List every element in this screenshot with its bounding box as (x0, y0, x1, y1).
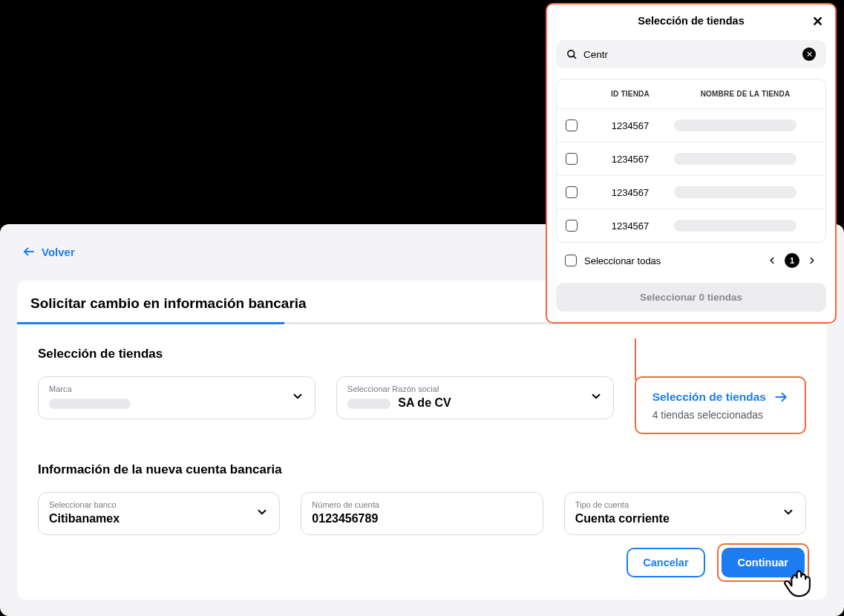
row-id: 1234567 (586, 187, 674, 198)
arrow-left-icon (22, 245, 36, 258)
store-selection-modal: Selección de tiendas ✕ ✕ ID TIENDA NOMBR… (546, 3, 837, 324)
form-card: Solicitar cambio en información bancaria… (17, 281, 827, 600)
arrow-right-icon (773, 390, 788, 404)
search-input[interactable] (583, 49, 796, 60)
close-icon[interactable]: ✕ (812, 13, 823, 30)
callout-connector-line (635, 338, 636, 380)
chevron-down-icon (589, 390, 603, 406)
cancel-button[interactable]: Cancelar (627, 548, 704, 577)
clear-search-icon[interactable]: ✕ (802, 47, 816, 61)
account-number-value: 0123456789 (312, 512, 531, 525)
page-prev[interactable] (767, 255, 777, 266)
row-checkbox[interactable] (566, 186, 578, 198)
section-stores-title: Selección de tiendas (38, 347, 827, 361)
back-link[interactable]: Volver (22, 245, 75, 258)
brand-select[interactable]: Marca (38, 376, 315, 419)
th-id: ID TIENDA (586, 90, 674, 98)
row-checkbox[interactable] (566, 153, 578, 165)
cursor-hand-icon (781, 564, 815, 598)
brand-label: Marca (49, 384, 304, 393)
row-name-redacted (674, 186, 796, 198)
select-all-label: Seleccionar todas (584, 255, 661, 266)
row-id: 1234567 (586, 154, 674, 165)
table-row[interactable]: 1234567 (557, 108, 825, 142)
search-icon (566, 49, 578, 60)
page-number[interactable]: 1 (785, 253, 799, 268)
th-name: NOMBRE DE LA TIENDA (674, 90, 817, 98)
row-id: 1234567 (586, 120, 674, 131)
modal-title: Selección de tiendas (556, 15, 826, 27)
stores-table: ID TIENDA NOMBRE DE LA TIENDA 1234567 12… (556, 79, 826, 243)
row-checkbox[interactable] (566, 220, 578, 232)
pagination: 1 (767, 253, 817, 268)
store-selection-subtitle: 4 tiendas seleccionadas (652, 409, 788, 421)
account-number-label: Número de cuenta (312, 500, 531, 509)
row-checkbox[interactable] (566, 119, 578, 131)
svg-line-3 (573, 56, 575, 58)
company-label: Seleccionar Razón social (347, 384, 603, 393)
company-select[interactable]: Seleccionar Razón social SA de CV (336, 376, 614, 419)
progress-fill (17, 322, 284, 324)
page-next[interactable] (807, 255, 817, 266)
table-row[interactable]: 1234567 (557, 142, 825, 175)
bank-value: Citibanamex (49, 512, 269, 525)
chevron-down-icon (255, 505, 269, 522)
account-type-label: Tipo de cuenta (575, 500, 795, 509)
account-type-value: Cuenta corriente (575, 512, 795, 525)
table-row[interactable]: 1234567 (557, 209, 825, 242)
row-id: 1234567 (586, 220, 674, 232)
search-box[interactable]: ✕ (556, 40, 826, 68)
table-row[interactable]: 1234567 (557, 175, 825, 209)
chevron-down-icon (782, 505, 795, 522)
row-name-redacted (674, 153, 796, 165)
row-name-redacted (674, 220, 796, 232)
bank-label: Seleccionar banco (49, 500, 269, 509)
continue-button-highlight: Continuar (717, 543, 809, 582)
brand-value-redacted (49, 399, 131, 409)
company-suffix: SA de CV (398, 396, 451, 409)
store-selection-callout[interactable]: Selección de tiendas 4 tiendas seleccion… (635, 376, 806, 434)
account-type-select[interactable]: Tipo de cuenta Cuenta corriente (564, 492, 806, 535)
table-header: ID TIENDA NOMBRE DE LA TIENDA (557, 79, 825, 108)
row-name-redacted (674, 119, 796, 131)
back-label: Volver (42, 246, 75, 258)
select-all-checkbox[interactable] (565, 255, 577, 266)
company-value-redacted (347, 399, 390, 409)
store-selection-title: Selección de tiendas (652, 390, 766, 404)
bank-select[interactable]: Seleccionar banco Citibanamex (38, 492, 280, 535)
account-number-field[interactable]: Número de cuenta 0123456789 (301, 492, 543, 535)
select-n-stores-button[interactable]: Seleccionar 0 tiendas (556, 283, 826, 312)
chevron-down-icon (291, 390, 304, 406)
section-account-title: Información de la nueva cuenta bancaria (38, 462, 827, 477)
